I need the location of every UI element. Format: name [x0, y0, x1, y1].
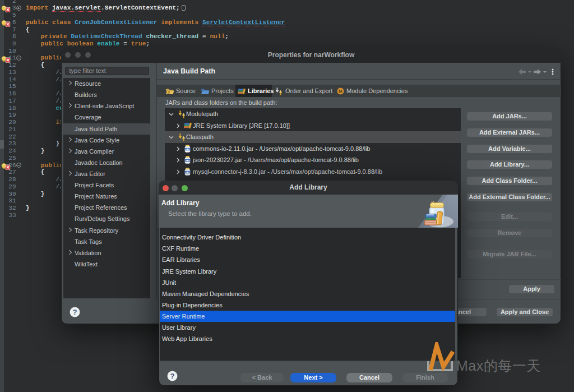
svg-text:?: ?	[170, 372, 175, 380]
svg-text:?: ?	[72, 308, 77, 316]
